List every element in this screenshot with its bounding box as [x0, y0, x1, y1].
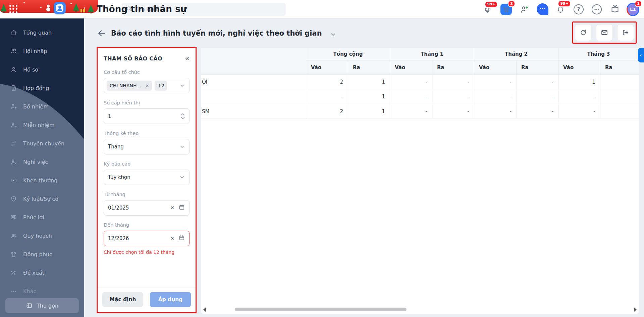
apply-button[interactable]: Áp dụng	[150, 292, 191, 307]
user-x-icon	[10, 158, 17, 166]
row-label: ỘI	[201, 75, 306, 89]
clear-icon[interactable]: ✕	[170, 235, 174, 241]
notifications-button[interactable]: 99+	[554, 3, 567, 16]
sidebar-item-bo-nhiem[interactable]: Bổ nhiệm	[0, 97, 84, 116]
sidebar-item-nghi-viec[interactable]: Nghỉ việc	[0, 153, 84, 171]
dropdown-chevron-icon[interactable]	[179, 83, 185, 89]
handbook-icon	[610, 5, 620, 14]
certificate-icon	[10, 214, 17, 221]
from-month-input[interactable]: 01/2025 ✕	[104, 200, 190, 216]
account-button[interactable]: 1 L1	[627, 3, 639, 16]
period-select[interactable]: Tùy chọn	[104, 170, 190, 185]
sidebar-item-quy-hoach[interactable]: Quy hoạch	[0, 227, 84, 245]
to-month-input[interactable]: 12/2026 ✕	[104, 231, 190, 246]
refresh-button[interactable]	[575, 24, 592, 41]
panel-title: THAM SỐ BÁO CÁO	[104, 55, 162, 62]
collapse-sidebar-icon	[26, 302, 33, 309]
more-button[interactable]: ⋯	[590, 3, 603, 16]
scroll-left-arrow[interactable]	[203, 307, 206, 312]
app-title: Thông tin nhân sự	[97, 4, 187, 14]
send-mail-button[interactable]	[596, 24, 613, 41]
report-title-dropdown[interactable]	[330, 31, 336, 39]
row-label	[201, 89, 306, 104]
scrollbar-thumb[interactable]	[235, 308, 407, 311]
org-structure-multiselect[interactable]: CHI NHÁNH ... ✕ +2	[104, 78, 190, 93]
dots-icon	[10, 288, 17, 295]
store-button[interactable]: 2	[500, 3, 513, 16]
topbar: Thông tin nhân sự 99+ 2 ⋯	[0, 0, 644, 18]
app-launcher-icon[interactable]	[8, 4, 19, 14]
notifications-badge: 99+	[558, 0, 571, 7]
table-cell: 2	[306, 75, 348, 89]
table-cell: -	[432, 89, 474, 104]
christmas-tree-icon	[1, 4, 7, 11]
cart-badge: 2	[508, 0, 515, 7]
add-user-button[interactable]	[518, 3, 531, 16]
sidebar-item-ho-so[interactable]: Hồ sơ	[0, 60, 84, 79]
column-group-total: Tổng cộng	[306, 48, 390, 60]
subheader-in: Vào	[306, 60, 348, 75]
number-spinner[interactable]	[180, 113, 185, 120]
row-label: SM	[201, 104, 306, 119]
report-table-area: Tổng cộng Tháng 1 Tháng 2 Tháng 3 Vào Ra…	[201, 48, 639, 314]
sidebar-item-label: Quy hoạch	[23, 233, 52, 239]
report-toolbar	[575, 24, 634, 41]
sidebar-item-tong-quan[interactable]: Tổng quan	[0, 24, 84, 42]
chat-button[interactable]: ⋯	[536, 3, 549, 16]
sidebar-item-label: Nghỉ việc	[23, 159, 48, 165]
right-edge-panel-tab[interactable]: ‹	[638, 48, 644, 62]
default-button[interactable]: Mặc định	[102, 292, 143, 307]
clear-icon[interactable]: ✕	[170, 205, 174, 211]
to-month-label: Đến tháng	[104, 222, 190, 228]
back-button[interactable]	[97, 29, 107, 39]
org-chip[interactable]: CHI NHÁNH ... ✕	[107, 81, 152, 91]
calendar-icon[interactable]	[178, 204, 185, 212]
sidebar-item-phuc-loi[interactable]: Phúc lợi	[0, 208, 84, 227]
table-cell: 1	[348, 75, 390, 89]
table-cell: -	[517, 104, 558, 119]
subheader-out: Ra	[517, 60, 558, 75]
sidebar-item-ky-luat[interactable]: Kỷ luật/Sự cố	[0, 190, 84, 208]
sidebar-item-dong-phuc[interactable]: Đồng phục	[0, 245, 84, 264]
sidebar-collapse-button[interactable]: Thu gọn	[5, 298, 79, 313]
table-cell: -	[517, 89, 558, 104]
help-button[interactable]: ?	[572, 3, 585, 16]
sidebar-item-thuyen-chuyen[interactable]: Thuyên chuyển	[0, 134, 84, 153]
export-button[interactable]	[617, 24, 634, 41]
sidebar-item-khac[interactable]: Khác	[0, 282, 84, 301]
org-more-chip[interactable]: +2	[155, 81, 167, 91]
sidebar-item-label: Bổ nhiệm	[23, 103, 49, 110]
period-label: Kỳ báo cáo	[104, 161, 190, 167]
announcements-button[interactable]: 99+	[482, 3, 494, 16]
levels-number-input[interactable]: 1	[104, 108, 190, 124]
stat-by-select[interactable]: Tháng	[104, 139, 190, 154]
table-cell: 1	[348, 89, 390, 104]
ellipsis-icon: ⋯	[592, 4, 602, 14]
people-icon	[10, 232, 17, 239]
transfer-icon	[10, 140, 17, 147]
sidebar-item-mien-nhiem[interactable]: Miễn nhiệm	[0, 116, 84, 134]
table-cell: -	[432, 104, 474, 119]
subheader-out: Ra	[348, 60, 390, 75]
sidebar-item-de-xuat[interactable]: Đề xuất	[0, 264, 84, 282]
report-table: Tổng cộng Tháng 1 Tháng 2 Tháng 3 Vào Ra…	[201, 48, 639, 119]
calendar-icon[interactable]	[178, 234, 185, 242]
sidebar-item-label: Khác	[23, 288, 36, 295]
sidebar-item-hop-dong[interactable]: Hợp đồng	[0, 79, 84, 97]
chip-remove-icon[interactable]: ✕	[145, 83, 149, 88]
table-cell: 2	[306, 104, 348, 119]
dropdown-chevron-icon[interactable]	[179, 174, 185, 180]
mail-icon	[600, 29, 608, 37]
shuffle-icon	[10, 269, 17, 276]
collapse-panel-icon[interactable]: «	[185, 55, 190, 62]
collapse-label: Thu gọn	[37, 303, 58, 309]
sidebar-item-hoi-nhap[interactable]: Hội nhập	[0, 42, 84, 60]
app-logo-icon[interactable]	[54, 2, 66, 14]
sidebar-item-khen-thuong[interactable]: Khen thưởng	[0, 171, 84, 190]
guide-button[interactable]	[608, 3, 621, 16]
dropdown-chevron-icon[interactable]	[179, 144, 185, 150]
horizontal-scrollbar[interactable]	[201, 305, 639, 314]
stat-by-label: Thống kê theo	[104, 131, 190, 136]
table-cell: -	[474, 89, 517, 104]
scroll-right-arrow[interactable]	[634, 307, 637, 312]
